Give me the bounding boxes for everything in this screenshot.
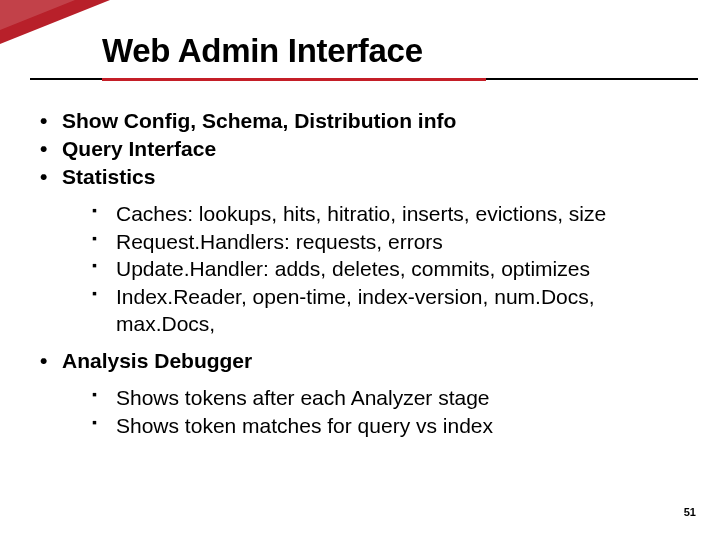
list-item-text: Show Config, Schema, Distribution info <box>62 109 456 132</box>
sub-list-item: Request.Handlers: requests, errors <box>90 229 684 256</box>
sub-list-item: Caches: lookups, hits, hitratio, inserts… <box>90 201 684 228</box>
bullet-list: Show Config, Schema, Distribution info Q… <box>36 108 684 440</box>
list-item: Statistics Caches: lookups, hits, hitrat… <box>36 164 684 338</box>
list-item: Query Interface <box>36 136 684 163</box>
page-number: 51 <box>684 506 696 518</box>
slide-corner-decoration <box>0 0 110 44</box>
sub-list-item: Index.Reader, open-time, index-version, … <box>90 284 684 338</box>
sub-bullet-list: Caches: lookups, hits, hitratio, inserts… <box>90 201 684 338</box>
title-underline-accent <box>102 78 486 81</box>
list-item-text: Query Interface <box>62 137 216 160</box>
list-item-text: Analysis Debugger <box>62 349 252 372</box>
sub-list-item: Shows tokens after each Analyzer stage <box>90 385 684 412</box>
list-item: Analysis Debugger Shows tokens after eac… <box>36 348 684 440</box>
sub-bullet-list: Shows tokens after each Analyzer stage S… <box>90 385 684 440</box>
list-item: Show Config, Schema, Distribution info <box>36 108 684 135</box>
list-item-text: Statistics <box>62 165 155 188</box>
sub-list-item: Shows token matches for query vs index <box>90 413 684 440</box>
slide-title: Web Admin Interface <box>102 32 423 70</box>
slide-content: Show Config, Schema, Distribution info Q… <box>36 108 684 450</box>
sub-list-item: Update.Handler: adds, deletes, commits, … <box>90 256 684 283</box>
